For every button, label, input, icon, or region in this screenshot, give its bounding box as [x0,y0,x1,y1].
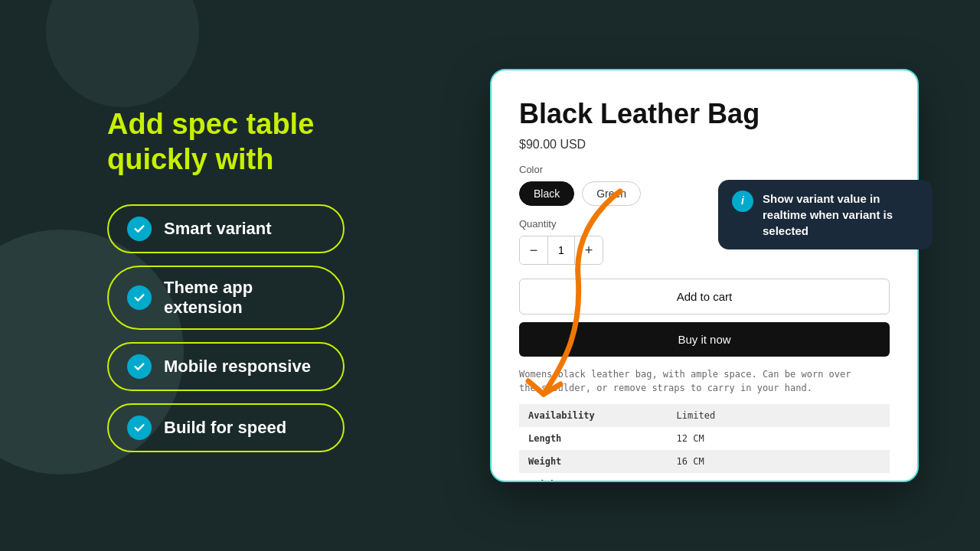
spec-value-length: 12 CM [668,427,890,450]
check-icon-smart-variant [127,217,152,241]
headline-line1: Add spec table [107,108,314,140]
spec-row-length: Length 12 CM [519,427,890,450]
spec-value-availability: Limited [668,404,890,427]
feature-label-build-for-speed: Build for speed [164,418,286,438]
product-card: Black Leather Bag $90.00 USD Color Black… [490,69,919,482]
feature-item-smart-variant[interactable]: Smart variant [107,204,345,253]
color-btn-black[interactable]: Black [519,181,574,206]
buy-now-button[interactable]: Buy it now [519,322,890,357]
spec-key-height: Height [519,473,668,482]
product-description: Womens black leather bag, with ample spa… [519,367,890,395]
spec-row-height: Height 2 KG [519,473,890,482]
feature-label-mobile-responsive: Mobile responsive [164,357,311,377]
spec-key-length: Length [519,427,668,450]
feature-item-build-for-speed[interactable]: Build for speed [107,403,345,452]
spec-key-availability: Availability [519,404,668,427]
check-icon-theme-app-extension [127,285,152,310]
tooltip-bubble: i Show variant value in realtime when va… [718,180,933,249]
feature-item-theme-app-extension[interactable]: Theme app extension [107,266,345,330]
color-btn-green[interactable]: Green [582,181,641,206]
quantity-increase-button[interactable]: + [575,236,603,264]
feature-list: Smart variant Theme app extension Mobile… [107,204,345,452]
check-icon-build-for-speed [127,416,152,440]
feature-label-smart-variant: Smart variant [164,219,272,239]
feature-item-mobile-responsive[interactable]: Mobile responsive [107,342,345,391]
product-price: $90.00 USD [519,138,890,152]
tooltip-text: Show variant value in realtime when vari… [763,191,919,239]
spec-row-availability: Availability Limited [519,404,890,427]
quantity-decrease-button[interactable]: − [520,236,547,264]
color-label: Color [519,164,890,175]
spec-table: Availability Limited Length 12 CM Weight… [519,404,890,482]
bg-circle-top-left [46,0,199,107]
spec-value-height: 2 KG [668,473,890,482]
check-icon-mobile-responsive [127,354,152,379]
spec-value-weight: 16 CM [668,450,890,473]
spec-key-weight: Weight [519,450,668,473]
feature-label-theme-app-extension: Theme app extension [164,278,325,318]
product-title: Black Leather Bag [519,98,890,130]
tooltip-info-icon: i [732,191,753,212]
add-to-cart-button[interactable]: Add to cart [519,279,890,315]
spec-row-weight: Weight 16 CM [519,450,890,473]
left-panel: Add spec table quickly with Smart varian… [107,107,345,452]
quantity-value: 1 [547,236,575,264]
headline-line2: quickly with [107,143,273,175]
headline: Add spec table quickly with [107,107,345,177]
quantity-control: − 1 + [519,236,603,265]
